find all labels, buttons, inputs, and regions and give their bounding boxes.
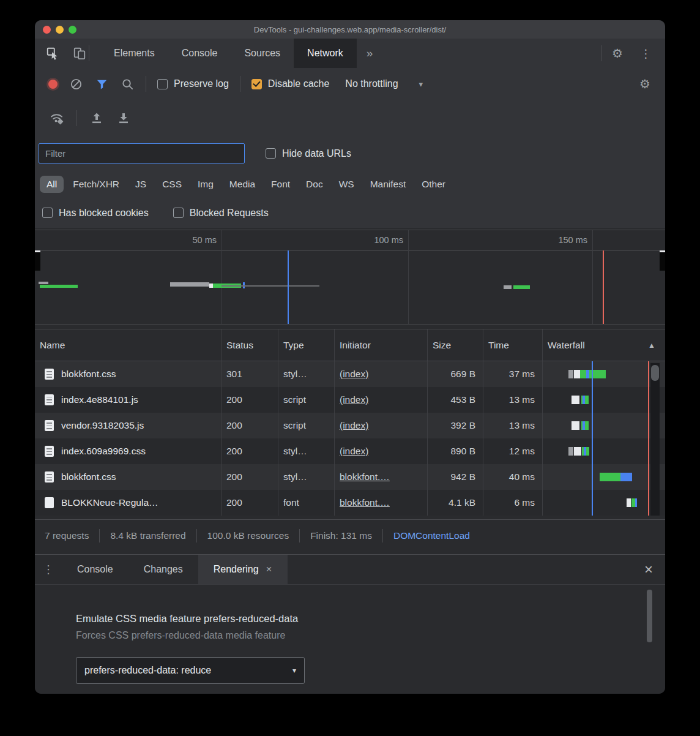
- tab-sources[interactable]: Sources: [231, 39, 294, 68]
- hide-data-urls-toggle[interactable]: Hide data URLs: [266, 148, 351, 159]
- preserve-log-label[interactable]: Preserve log: [174, 78, 229, 89]
- clear-icon[interactable]: [69, 77, 83, 91]
- column-header-status[interactable]: Status: [222, 329, 278, 361]
- filter-pill-fetchxhr[interactable]: Fetch/XHR: [66, 176, 126, 193]
- network-settings-gear-icon[interactable]: ⚙: [633, 77, 657, 91]
- waterfall-bar: [568, 447, 573, 456]
- drawer-close-icon[interactable]: ×: [644, 561, 653, 578]
- column-header-waterfall[interactable]: Waterfall▲: [543, 329, 665, 361]
- blocked-requests-checkbox[interactable]: [173, 208, 184, 218]
- hide-data-urls-label[interactable]: Hide data URLs: [282, 148, 351, 159]
- table-row[interactable]: index.4e884101.js200script(index)453 B13…: [35, 387, 665, 413]
- tab-elements[interactable]: Elements: [100, 39, 168, 68]
- blocked-cookies-checkbox[interactable]: [42, 208, 53, 218]
- drawer-tab-rendering[interactable]: Rendering×: [198, 555, 288, 584]
- initiator-link[interactable]: blokkfont.…: [340, 497, 390, 508]
- overview-left-handle[interactable]: [35, 250, 40, 271]
- initiator-link[interactable]: (index): [340, 369, 368, 380]
- table-row[interactable]: blokkfont.css301styl…(index)669 B37 ms: [35, 361, 665, 387]
- network-overview-timeline[interactable]: 50 ms100 ms150 ms: [35, 230, 665, 325]
- filter-pill-font[interactable]: Font: [264, 176, 297, 193]
- device-toolbar-icon[interactable]: [70, 44, 89, 62]
- more-tabs-icon[interactable]: »: [357, 47, 383, 60]
- inspect-element-icon[interactable]: [43, 44, 62, 62]
- filter-pill-js[interactable]: JS: [128, 176, 153, 193]
- drawer-tab-console[interactable]: Console: [62, 555, 128, 584]
- divider: [240, 76, 240, 92]
- dom-content-loaded-label: DOMContentLoad: [393, 530, 470, 541]
- filter-pill-manifest[interactable]: Manifest: [363, 176, 413, 193]
- devtools-window: DevTools - gui-challenges.web.app/media-…: [35, 20, 665, 694]
- settings-gear-icon[interactable]: ⚙: [606, 46, 629, 61]
- main-menu-kebab-icon[interactable]: ⋮: [633, 47, 659, 61]
- disable-cache-label[interactable]: Disable cache: [268, 78, 330, 89]
- throttling-value[interactable]: No throttling: [345, 78, 398, 89]
- filter-pill-all[interactable]: All: [40, 176, 64, 193]
- initiator-link[interactable]: (index): [340, 420, 368, 431]
- blocked-requests-label[interactable]: Blocked Requests: [190, 208, 269, 219]
- blocked-cookies-toggle[interactable]: Has blocked cookies: [42, 208, 149, 219]
- column-header-time[interactable]: Time: [483, 329, 543, 361]
- close-tab-icon[interactable]: ×: [266, 563, 272, 576]
- hide-data-urls-checkbox[interactable]: [266, 148, 276, 159]
- cell-initiator: blokkfont.…: [335, 490, 428, 516]
- summary-item: 8.4 kB transferred: [110, 530, 185, 541]
- blocked-cookies-label[interactable]: Has blocked cookies: [59, 208, 149, 219]
- column-header-initiator[interactable]: Initiator: [335, 329, 428, 361]
- table-scrollbar-track[interactable]: [650, 363, 660, 516]
- column-header-name[interactable]: Name: [35, 329, 222, 361]
- column-header-type[interactable]: Type: [278, 329, 335, 361]
- drawer-scrollbar-thumb[interactable]: [647, 590, 652, 642]
- search-icon[interactable]: [120, 77, 135, 91]
- tab-network[interactable]: Network: [294, 39, 357, 68]
- disable-cache-toggle[interactable]: Disable cache: [251, 78, 330, 89]
- filter-pill-ws[interactable]: WS: [332, 176, 361, 193]
- file-icon: [45, 497, 54, 508]
- drawer-tab-changes[interactable]: Changes: [128, 555, 198, 584]
- filter-pill-img[interactable]: Img: [191, 176, 220, 193]
- table-row[interactable]: index.609a9969.css200styl…(index)890 B12…: [35, 438, 665, 464]
- overview-right-handle[interactable]: [660, 250, 665, 271]
- blocked-requests-toggle[interactable]: Blocked Requests: [173, 208, 269, 219]
- disable-cache-checkbox[interactable]: [251, 79, 262, 89]
- export-har-icon[interactable]: [116, 111, 131, 126]
- import-har-icon[interactable]: [89, 111, 104, 126]
- initiator-link[interactable]: (index): [340, 446, 368, 457]
- filter-pill-other[interactable]: Other: [415, 176, 452, 193]
- main-tabs: ElementsConsoleSourcesNetwork: [100, 39, 357, 68]
- close-window-button[interactable]: [43, 26, 51, 34]
- filter-funnel-icon[interactable]: [94, 77, 109, 91]
- filter-input[interactable]: [39, 143, 245, 163]
- initiator-link[interactable]: (index): [340, 394, 368, 405]
- drawer-tab-label: Changes: [144, 564, 183, 575]
- column-header-size[interactable]: Size: [428, 329, 483, 361]
- tab-console[interactable]: Console: [168, 39, 231, 68]
- table-row[interactable]: blokkfont.css200styl…blokkfont.…942 B40 …: [35, 464, 665, 490]
- filter-pill-css[interactable]: CSS: [155, 176, 188, 193]
- preserve-log-toggle[interactable]: Preserve log: [157, 78, 229, 89]
- divider: [146, 76, 146, 92]
- cell-initiator: (index): [335, 413, 428, 438]
- filter-pill-media[interactable]: Media: [223, 176, 262, 193]
- waterfall-bar: [620, 473, 632, 481]
- throttling-dropdown[interactable]: No throttling ▾: [345, 78, 423, 89]
- filter-row: Hide data URLs: [35, 137, 665, 170]
- table-row[interactable]: vendor.93182035.js200script(index)392 B1…: [35, 413, 665, 438]
- minimize-window-button[interactable]: [56, 26, 64, 34]
- waterfall-bar: [586, 370, 589, 378]
- cell-name: index.4e884101.js: [35, 387, 222, 413]
- prefers-reduced-data-select[interactable]: prefers-reduced-data: reduce ▾: [76, 657, 305, 684]
- title-bar: DevTools - gui-challenges.web.app/media-…: [35, 20, 665, 39]
- cell-waterfall: [543, 361, 665, 387]
- cell-status: 200: [222, 438, 278, 464]
- record-button[interactable]: [48, 80, 58, 89]
- drawer-menu-kebab-icon[interactable]: ⋮: [35, 563, 62, 576]
- preserve-log-checkbox[interactable]: [157, 79, 168, 89]
- table-row[interactable]: BLOKKNeue-Regula…200fontblokkfont.…4.1 k…: [35, 490, 665, 516]
- network-conditions-icon[interactable]: [50, 111, 64, 126]
- initiator-link[interactable]: blokkfont.…: [340, 471, 390, 483]
- filter-pill-doc[interactable]: Doc: [299, 176, 330, 193]
- zoom-window-button[interactable]: [69, 26, 76, 34]
- rendering-description: Forces CSS prefers-reduced-data media fe…: [76, 630, 665, 641]
- table-scrollbar-thumb[interactable]: [651, 365, 659, 381]
